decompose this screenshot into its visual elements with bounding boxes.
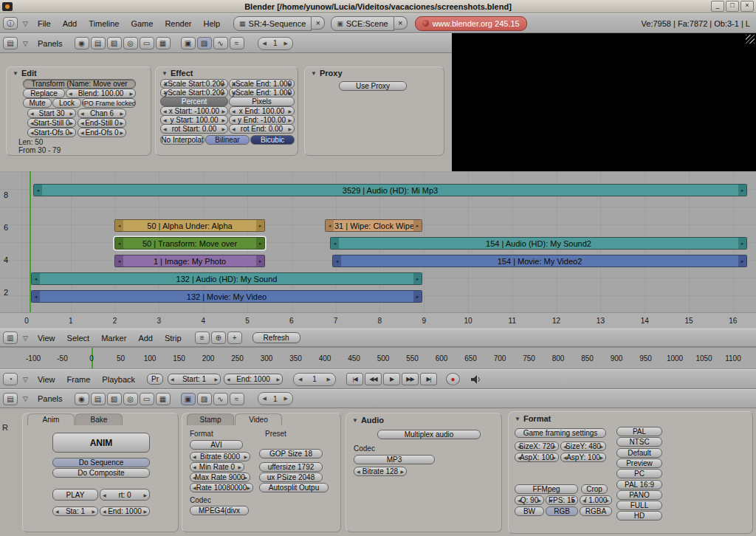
context-5-icon[interactable]: ▭ — [140, 37, 154, 49]
scene-browse-icon[interactable]: ▣ — [337, 20, 343, 27]
subcontext-1-icon[interactable]: ▣ — [181, 37, 196, 49]
maximize-button[interactable]: □ — [726, 1, 739, 12]
window-type-sequence-icon[interactable]: ▥ — [3, 331, 18, 344]
buffersize-field[interactable]: uffersize 1792 — [259, 462, 323, 472]
panel-collapse-icon[interactable]: ▼ — [311, 70, 317, 77]
ffmpeg-menu[interactable]: FFMpeg — [515, 484, 578, 494]
subcontext-4-icon[interactable]: ≈ — [230, 37, 244, 49]
max-rate-field[interactable]: Max Rate 9000 — [190, 473, 250, 482]
audio-bitrate-field[interactable]: Bitrate 128 — [354, 467, 407, 476]
size-x-field[interactable]: SizeX: 720 — [515, 441, 559, 451]
blend-value-field[interactable]: Blend: 100.00 — [66, 89, 136, 98]
scene-selector-label[interactable]: SCE:Scene — [346, 19, 388, 28]
header-collapse-icon[interactable]: ▽ — [19, 334, 32, 342]
strip-left-handle[interactable]: ◂ — [32, 291, 40, 302]
anim-button[interactable]: ANIM — [52, 433, 150, 453]
panel-collapse-icon[interactable]: ▼ — [515, 416, 520, 422]
context-3-icon[interactable]: ▧ — [107, 37, 122, 49]
play-button[interactable]: ▶ — [383, 373, 400, 385]
format-preset-hd[interactable]: HD — [616, 511, 662, 520]
window-type-timeline-icon[interactable]: ◔ — [3, 373, 18, 385]
panels-menu[interactable]: Panels — [32, 39, 69, 48]
strip-left-handle[interactable]: ◂ — [115, 238, 123, 249]
bilinear-radio[interactable]: Bilinear — [205, 135, 250, 145]
start-still-field[interactable]: Start-Still 0 — [27, 118, 76, 128]
render-context-5-icon[interactable]: ▭ — [140, 393, 154, 405]
pixels-toggle[interactable]: Pixels — [229, 97, 295, 106]
step-forward-button[interactable]: ▶▶ — [402, 373, 419, 385]
timeline-ruler[interactable]: -100-50050100150200250300350400450500550… — [0, 347, 756, 369]
format-preset-pal-16-9[interactable]: PAL 16:9 — [616, 480, 662, 489]
menu-marker[interactable]: Marker — [95, 334, 132, 343]
start-offset-field[interactable]: Start-Ofs 0 — [27, 128, 76, 137]
render-context-4-icon[interactable]: ◎ — [123, 393, 138, 405]
context-1-icon[interactable]: ◉ — [75, 37, 89, 49]
strip-left-handle[interactable]: ◂ — [115, 255, 123, 267]
menu-add[interactable]: Add — [57, 19, 83, 28]
buttons-page-stepper[interactable]: ◀ 1 ▶ — [258, 392, 293, 405]
jump-to-start-button[interactable]: |◀ — [346, 373, 363, 385]
sequencer-ruler[interactable]: 012345678910111213141516 — [0, 312, 756, 329]
format-preset-ntsc[interactable]: NTSC — [616, 437, 662, 447]
current-frame-stepper[interactable]: ◀ 1 ▶ — [293, 373, 336, 386]
mux-rate-field[interactable]: Rate 10080000 — [190, 483, 253, 492]
do-sequence-toggle[interactable]: Do Sequence — [52, 458, 150, 467]
format-preset-pal[interactable]: PAL — [616, 427, 662, 436]
strip-left-handle[interactable]: ◂ — [331, 238, 339, 249]
autosplit-toggle[interactable]: Autosplit Outpu — [259, 483, 329, 492]
format-preset-full[interactable]: FULL — [616, 501, 662, 510]
context-4-icon[interactable]: ◎ — [123, 37, 138, 49]
window-type-info-icon[interactable]: ⓘ — [3, 17, 18, 30]
bitrate-field[interactable]: Bitrate 6000 — [190, 452, 250, 461]
rgb-radio[interactable]: RGB — [546, 506, 578, 516]
subcontext-3-icon[interactable]: ∿ — [213, 37, 228, 49]
scene-selector[interactable]: ▣ SCE:Scene × — [331, 16, 407, 31]
preview-range-button[interactable]: Pr — [147, 374, 163, 385]
do-composite-toggle[interactable]: Do Composite — [52, 468, 150, 478]
menu-playback[interactable]: Playback — [96, 375, 141, 384]
bicubic-radio[interactable]: Bicubic — [250, 135, 295, 145]
strip-right-handle[interactable]: ▸ — [256, 220, 264, 231]
end-still-field[interactable]: End-Still 0 — [78, 118, 126, 128]
jump-to-end-button[interactable]: ▶| — [420, 373, 437, 385]
rt-field[interactable]: rt: 0 — [100, 489, 150, 501]
menu-render[interactable]: Render — [159, 19, 197, 28]
render-context-1-icon[interactable]: ◉ — [75, 393, 89, 405]
container-menu[interactable]: AVI — [190, 440, 243, 450]
strip-left-handle[interactable]: ◂ — [34, 185, 42, 196]
audio-codec-menu[interactable]: MP3 — [354, 455, 435, 464]
screen-delete-icon[interactable]: × — [312, 16, 325, 30]
channel-field[interactable]: Chan 6 — [78, 109, 126, 118]
render-context-3-icon[interactable]: ▧ — [107, 393, 122, 405]
strip-right-handle[interactable]: ▸ — [738, 238, 746, 249]
record-button[interactable]: ● — [446, 373, 460, 385]
tab-anim[interactable]: Anim — [27, 413, 75, 425]
format-preset-pano[interactable]: PANO — [616, 490, 662, 500]
rot-start-field[interactable]: rot Start: 0.00 — [160, 124, 228, 134]
strip-left-handle[interactable]: ◂ — [333, 255, 341, 267]
tab-bake[interactable]: Bake — [75, 413, 123, 425]
percent-toggle[interactable]: Percent — [160, 97, 228, 106]
panel-collapse-icon[interactable]: ▼ — [13, 70, 18, 77]
use-proxy-toggle[interactable]: Use Proxy — [339, 81, 407, 91]
strip-right-handle[interactable]: ▸ — [413, 273, 422, 284]
video-codec-menu[interactable]: MPEG4(divx — [190, 506, 249, 515]
game-framing-menu[interactable]: Game framing settings — [515, 428, 606, 438]
sequence-strip[interactable]: ◂1 | Image: My Photo▸ — [114, 255, 265, 267]
strip-left-handle[interactable]: ◂ — [32, 273, 40, 284]
edit-panel-title[interactable]: ▼Edit — [13, 69, 37, 78]
render-subcontext-4-icon[interactable]: ≈ — [230, 393, 244, 405]
sequence-strip[interactable]: ◂154 | Audio (HD): My Sound2▸ — [330, 237, 747, 250]
bw-rad[interactable]: BW — [515, 506, 544, 516]
subcontext-2-icon[interactable]: ▨ — [197, 37, 212, 49]
end-offset-field[interactable]: End-Ofs 0 — [78, 128, 126, 137]
strip-right-handle[interactable]: ▸ — [256, 255, 264, 267]
rot-end-field[interactable]: rot End: 0.00 — [229, 124, 295, 134]
format-preset-preview[interactable]: Preview — [616, 458, 662, 468]
render-context-6-icon[interactable]: ▦ — [156, 393, 171, 405]
strip-right-handle[interactable]: ▸ — [738, 255, 746, 267]
buttons-page-stepper[interactable]: ◀ 1 ▶ — [258, 37, 293, 50]
sequence-strip[interactable]: ◂132 | Audio (HD): My Sound▸ — [31, 272, 422, 285]
menu-timeline[interactable]: Timeline — [83, 19, 125, 28]
strip-left-handle[interactable]: ◂ — [326, 220, 334, 231]
